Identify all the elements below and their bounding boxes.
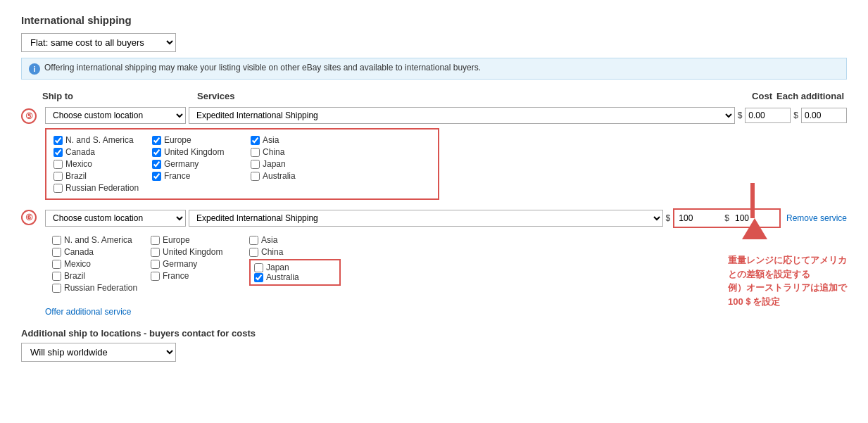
offer-additional-link[interactable]: Offer additional service <box>45 307 132 317</box>
row2-locations-grid: N. and S. America Canada Mexico Brazil <box>45 229 348 298</box>
row2-check-france[interactable] <box>151 272 160 281</box>
row2-check-russian-fed[interactable] <box>52 284 61 293</box>
shipping-row-1: ⑤ Choose custom location Expedited Inter… <box>21 107 847 203</box>
row2-check-canada[interactable] <box>52 248 61 257</box>
row1-check-germany[interactable] <box>152 160 161 169</box>
row1-uk: United Kingdom <box>152 147 244 157</box>
row2-asia: Asia <box>249 235 341 245</box>
row2-japan: Japan <box>254 263 336 272</box>
row2-check-australia[interactable] <box>254 273 263 282</box>
row1-check-russian-fed[interactable] <box>54 184 63 193</box>
section-title: International shipping <box>21 14 847 26</box>
row2-check-europe[interactable] <box>151 236 160 245</box>
offer-additional-wrapper: Offer additional service <box>45 301 847 317</box>
row1-col1: N. and S. America Canada Mexico Brazil R <box>54 135 145 193</box>
row1-check-uk[interactable] <box>152 148 161 157</box>
row1-europe: Europe <box>152 135 244 145</box>
annotation-text: 重量レンジに応じてアメリカ との差額を設定する 例）オーストラリアは追加で 10… <box>728 253 847 308</box>
info-banner: i Offering international shipping may ma… <box>21 58 847 80</box>
row2-locations-wrapper: N. and S. America Canada Mexico Brazil <box>45 229 847 298</box>
arrow-shaft <box>750 183 755 218</box>
row1-check-china[interactable] <box>251 148 260 157</box>
info-icon: i <box>29 63 40 75</box>
row1-dollar1: $ <box>738 111 743 120</box>
row2-check-brazil[interactable] <box>52 272 61 281</box>
row1-ship-to-select[interactable]: Choose custom location <box>45 107 186 124</box>
row1-check-europe[interactable] <box>152 136 161 145</box>
row1-service-select[interactable]: Expedited International Shipping <box>189 107 735 124</box>
row1-check-australia[interactable] <box>251 172 260 181</box>
row2-check-mexico[interactable] <box>52 260 61 269</box>
circle-badge-6: ⑥ <box>21 210 37 225</box>
row2-check-n-s-america[interactable] <box>52 236 61 245</box>
info-text: Offering international shipping may make… <box>44 63 481 72</box>
row1-dollar2: $ <box>793 111 798 120</box>
flat-cost-row: Flat: same cost to all buyers <box>21 33 847 52</box>
row1-canada: Canada <box>54 147 145 157</box>
row2-cost-input[interactable] <box>676 211 722 225</box>
row2-ship-to-select[interactable]: Choose custom location <box>45 210 186 227</box>
row2-check-germany[interactable] <box>151 260 160 269</box>
row2-europe: Europe <box>151 235 242 245</box>
row1-n-s-america: N. and S. America <box>54 135 145 145</box>
row1-controls: Choose custom location Expedited Interna… <box>45 107 847 124</box>
row2-col3: Asia China Japan Austr <box>249 235 341 293</box>
row2-col1: N. and S. America Canada Mexico Brazil <box>52 235 144 293</box>
additional-section: Additional ship to locations - buyers co… <box>21 328 847 362</box>
page-wrapper: International shipping Flat: same cost t… <box>0 0 868 423</box>
header-cost: Cost <box>720 91 776 101</box>
additional-title: Additional ship to locations - buyers co… <box>21 328 847 339</box>
arrow-up-icon <box>742 218 767 239</box>
row1-check-n-s-america[interactable] <box>54 136 63 145</box>
badge-6: ⑥ <box>21 208 42 225</box>
row1-cost-input[interactable] <box>745 108 791 123</box>
row1-each-add-input[interactable] <box>801 108 847 123</box>
australia-japan-box: Japan Australia <box>249 259 341 286</box>
row2-check-japan[interactable] <box>254 263 263 272</box>
row1-check-france[interactable] <box>152 172 161 181</box>
row2-check-china[interactable] <box>249 248 258 257</box>
row1-col3: Asia China Japan Australia <box>251 135 342 193</box>
row2-canada: Canada <box>52 247 144 257</box>
flat-cost-select[interactable]: Flat: same cost to all buyers <box>21 33 176 52</box>
row2-brazil: Brazil <box>52 271 144 281</box>
header-each-additional: Each additional <box>776 91 847 101</box>
row1-check-canada[interactable] <box>54 148 63 157</box>
row2-check-asia[interactable] <box>249 236 258 245</box>
row1-france: France <box>152 171 244 181</box>
badge-5: ⑤ <box>21 107 42 124</box>
row2-china: China <box>249 247 341 257</box>
circle-badge-5: ⑤ <box>21 108 37 124</box>
row2-locations-left: N. and S. America Canada Mexico Brazil <box>45 229 348 298</box>
row1-asia: Asia <box>251 135 342 145</box>
row2-controls: Choose custom location Expedited Interna… <box>45 208 847 228</box>
header-services: Services <box>197 91 720 101</box>
row1-germany: Germany <box>152 159 244 169</box>
row2-australia: Australia <box>254 272 336 282</box>
row2-russian-fed: Russian Federation <box>52 283 144 293</box>
row1-locations-grid: N. and S. America Canada Mexico Brazil R <box>54 135 431 193</box>
row1-australia: Australia <box>251 171 342 181</box>
row1-content: Choose custom location Expedited Interna… <box>45 107 847 203</box>
row1-mexico: Mexico <box>54 159 145 169</box>
row1-check-brazil[interactable] <box>54 172 63 181</box>
row1-locations-box: N. and S. America Canada Mexico Brazil R <box>45 128 439 200</box>
header-ship-to: Ship to <box>42 91 197 101</box>
row2-check-uk[interactable] <box>151 248 160 257</box>
row1-japan: Japan <box>251 159 342 169</box>
row2-content: Choose custom location Expedited Interna… <box>45 208 847 298</box>
row2-france: France <box>151 271 242 281</box>
row1-russian-fed: Russian Federation <box>54 183 145 193</box>
table-header: Ship to Services Cost Each additional <box>21 88 847 104</box>
row2-n-s-america: N. and S. America <box>52 235 144 245</box>
worldwide-select[interactable]: Will ship worldwide <box>21 343 176 362</box>
row1-check-mexico[interactable] <box>54 160 63 169</box>
row1-col2: Europe United Kingdom Germany France <box>152 135 244 193</box>
row2-service-select[interactable]: Expedited International Shipping <box>189 210 663 227</box>
row2-uk: United Kingdom <box>151 247 242 257</box>
shipping-row-2: ⑥ Choose custom location Expedited Inter… <box>21 208 847 298</box>
row1-check-asia[interactable] <box>251 136 260 145</box>
row1-check-japan[interactable] <box>251 160 260 169</box>
row1-china: China <box>251 147 342 157</box>
row2-dollar1: $ <box>666 213 671 223</box>
